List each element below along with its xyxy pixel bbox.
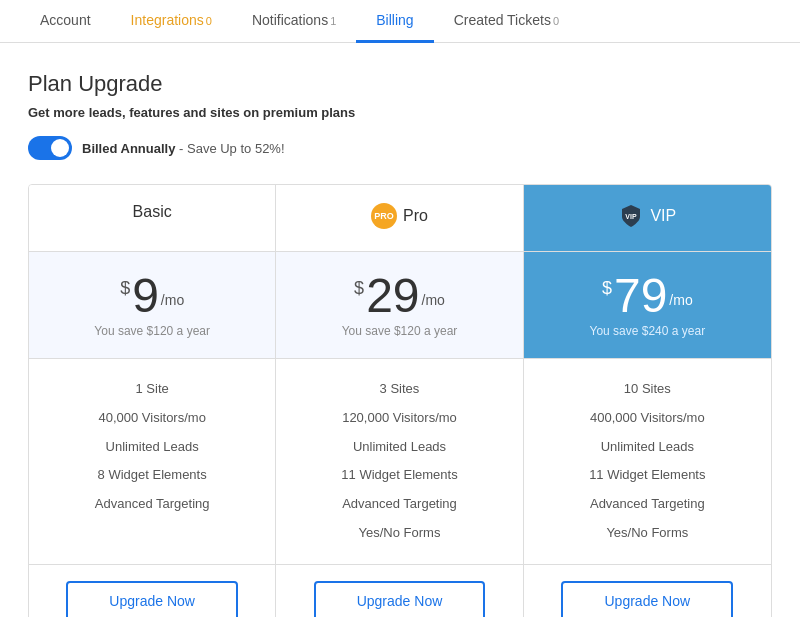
price-row: $ 9 /mo You save $120 a year $ 29 /mo Yo… xyxy=(29,252,771,359)
price-cell-basic: $ 9 /mo You save $120 a year xyxy=(29,252,276,358)
svg-text:VIP: VIP xyxy=(626,213,638,220)
tab-billing[interactable]: Billing xyxy=(356,0,433,43)
tab-created-tickets[interactable]: Created Tickets0 xyxy=(434,0,579,43)
button-cell-vip: Upgrade Now xyxy=(524,565,771,617)
upgrade-button-pro[interactable]: Upgrade Now xyxy=(314,581,485,617)
button-row: Upgrade Now Upgrade Now Upgrade Now xyxy=(29,565,771,617)
tab-integrations[interactable]: Integrations0 xyxy=(111,0,232,43)
features-vip: 10 Sites 400,000 Visitors/mo Unlimited L… xyxy=(524,359,771,564)
upgrade-button-basic[interactable]: Upgrade Now xyxy=(66,581,237,617)
price-cell-vip: $ 79 /mo You save $240 a year xyxy=(524,252,771,358)
toggle-label: Billed Annually - Save Up to 52%! xyxy=(82,141,285,156)
plans-table: Basic PRO Pro VIP VIP xyxy=(28,184,772,617)
features-row: 1 Site 40,000 Visitors/mo Unlimited Lead… xyxy=(29,359,771,565)
plans-header-row: Basic PRO Pro VIP VIP xyxy=(29,185,771,252)
upgrade-button-vip[interactable]: Upgrade Now xyxy=(561,581,733,617)
main-content: Plan Upgrade Get more leads, features an… xyxy=(0,43,800,617)
page-subtitle: Get more leads, features and sites on pr… xyxy=(28,105,772,120)
plan-header-pro: PRO Pro xyxy=(276,185,523,252)
button-cell-pro: Upgrade Now xyxy=(276,565,523,617)
plan-header-basic: Basic xyxy=(29,185,276,252)
features-basic: 1 Site 40,000 Visitors/mo Unlimited Lead… xyxy=(29,359,276,564)
tab-account[interactable]: Account xyxy=(20,0,111,43)
nav-tabs: Account Integrations0 Notifications1 Bil… xyxy=(0,0,800,43)
vip-shield-icon: VIP xyxy=(618,203,644,229)
price-cell-pro: $ 29 /mo You save $120 a year xyxy=(276,252,523,358)
button-cell-basic: Upgrade Now xyxy=(29,565,276,617)
page-title: Plan Upgrade xyxy=(28,71,772,97)
tab-notifications[interactable]: Notifications1 xyxy=(232,0,356,43)
billing-toggle-row: Billed Annually - Save Up to 52%! xyxy=(28,136,772,160)
billing-toggle[interactable] xyxy=(28,136,72,160)
plan-header-vip: VIP VIP xyxy=(524,185,771,252)
features-pro: 3 Sites 120,000 Visitors/mo Unlimited Le… xyxy=(276,359,523,564)
pro-icon: PRO xyxy=(371,203,397,229)
